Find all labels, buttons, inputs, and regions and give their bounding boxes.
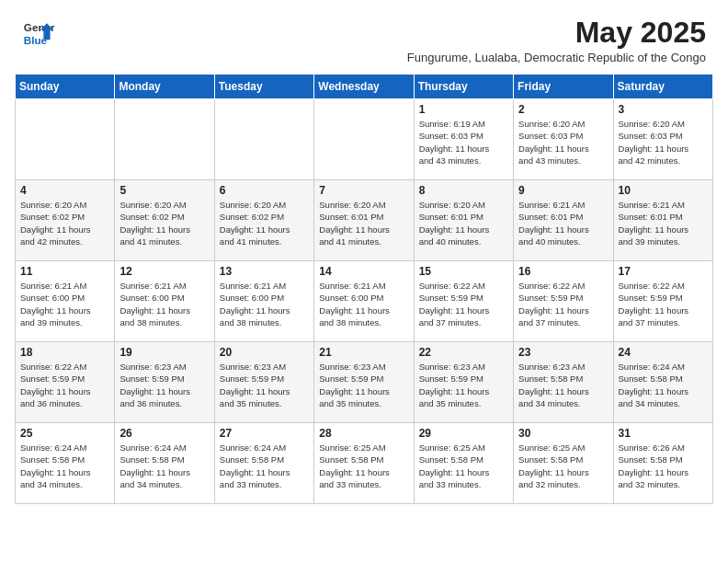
day-info: Sunrise: 6:21 AM Sunset: 6:00 PM Dayligh… (119, 280, 209, 328)
day-number: 25 (20, 427, 109, 440)
day-info: Sunrise: 6:24 AM Sunset: 5:58 PM Dayligh… (220, 442, 309, 490)
calendar-cell (115, 99, 214, 180)
calendar-week-row: 25Sunrise: 6:24 AM Sunset: 5:58 PM Dayli… (16, 423, 713, 504)
month-title: May 2025 (407, 17, 706, 49)
day-info: Sunrise: 6:23 AM Sunset: 5:58 PM Dayligh… (518, 361, 608, 409)
day-info: Sunrise: 6:22 AM Sunset: 5:59 PM Dayligh… (20, 361, 109, 409)
calendar-week-row: 1Sunrise: 6:19 AM Sunset: 6:03 PM Daylig… (16, 99, 713, 180)
day-number: 7 (319, 184, 408, 197)
calendar-cell: 31Sunrise: 6:26 AM Sunset: 5:58 PM Dayli… (613, 423, 712, 504)
day-number: 31 (619, 427, 708, 440)
calendar-cell: 1Sunrise: 6:19 AM Sunset: 6:03 PM Daylig… (414, 99, 513, 180)
day-number: 12 (119, 265, 209, 278)
calendar-cell: 30Sunrise: 6:25 AM Sunset: 5:58 PM Dayli… (514, 423, 613, 504)
calendar-cell: 3Sunrise: 6:20 AM Sunset: 6:03 PM Daylig… (613, 99, 712, 180)
day-number: 23 (518, 346, 608, 359)
day-info: Sunrise: 6:24 AM Sunset: 5:58 PM Dayligh… (20, 442, 109, 490)
column-header-wednesday: Wednesday (314, 75, 414, 99)
calendar-cell: 12Sunrise: 6:21 AM Sunset: 6:00 PM Dayli… (115, 261, 214, 342)
calendar-cell: 10Sunrise: 6:21 AM Sunset: 6:01 PM Dayli… (613, 180, 712, 261)
calendar-cell: 22Sunrise: 6:23 AM Sunset: 5:59 PM Dayli… (414, 342, 513, 423)
day-info: Sunrise: 6:23 AM Sunset: 5:59 PM Dayligh… (419, 361, 508, 409)
day-info: Sunrise: 6:20 AM Sunset: 6:02 PM Dayligh… (119, 199, 209, 247)
day-number: 17 (619, 265, 708, 278)
calendar-cell: 25Sunrise: 6:24 AM Sunset: 5:58 PM Dayli… (16, 423, 115, 504)
calendar-cell: 5Sunrise: 6:20 AM Sunset: 6:02 PM Daylig… (115, 180, 214, 261)
logo: General Blue (22, 17, 55, 50)
day-number: 24 (619, 346, 708, 359)
calendar-cell (16, 99, 115, 180)
day-info: Sunrise: 6:25 AM Sunset: 5:58 PM Dayligh… (319, 442, 408, 490)
calendar-cell: 23Sunrise: 6:23 AM Sunset: 5:58 PM Dayli… (514, 342, 613, 423)
calendar-cell: 19Sunrise: 6:23 AM Sunset: 5:59 PM Dayli… (115, 342, 214, 423)
calendar-table: SundayMondayTuesdayWednesdayThursdayFrid… (15, 74, 713, 504)
day-number: 20 (220, 346, 309, 359)
day-number: 8 (419, 184, 508, 197)
day-info: Sunrise: 6:21 AM Sunset: 6:01 PM Dayligh… (518, 199, 608, 247)
day-info: Sunrise: 6:21 AM Sunset: 6:00 PM Dayligh… (220, 280, 309, 328)
location-subtitle: Fungurume, Lualaba, Democratic Republic … (407, 51, 706, 64)
calendar-header-row: SundayMondayTuesdayWednesdayThursdayFrid… (16, 75, 713, 99)
calendar-cell: 13Sunrise: 6:21 AM Sunset: 6:00 PM Dayli… (214, 261, 313, 342)
calendar-cell: 14Sunrise: 6:21 AM Sunset: 6:00 PM Dayli… (314, 261, 414, 342)
day-info: Sunrise: 6:23 AM Sunset: 5:59 PM Dayligh… (220, 361, 309, 409)
day-number: 11 (20, 265, 109, 278)
column-header-thursday: Thursday (414, 75, 513, 99)
day-number: 3 (619, 103, 708, 116)
day-number: 29 (419, 427, 508, 440)
column-header-sunday: Sunday (16, 75, 115, 99)
day-info: Sunrise: 6:21 AM Sunset: 6:00 PM Dayligh… (20, 280, 109, 328)
column-header-tuesday: Tuesday (214, 75, 313, 99)
calendar-wrapper: SundayMondayTuesdayWednesdayThursdayFrid… (0, 68, 728, 513)
page-header: General Blue May 2025 Fungurume, Lualaba… (0, 0, 728, 68)
day-number: 27 (220, 427, 309, 440)
day-number: 4 (20, 184, 109, 197)
calendar-week-row: 11Sunrise: 6:21 AM Sunset: 6:00 PM Dayli… (16, 261, 713, 342)
day-number: 5 (119, 184, 209, 197)
day-number: 13 (220, 265, 309, 278)
calendar-cell: 26Sunrise: 6:24 AM Sunset: 5:58 PM Dayli… (115, 423, 214, 504)
column-header-friday: Friday (514, 75, 613, 99)
calendar-cell: 15Sunrise: 6:22 AM Sunset: 5:59 PM Dayli… (414, 261, 513, 342)
day-info: Sunrise: 6:20 AM Sunset: 6:01 PM Dayligh… (419, 199, 508, 247)
calendar-cell: 4Sunrise: 6:20 AM Sunset: 6:02 PM Daylig… (16, 180, 115, 261)
day-number: 14 (319, 265, 408, 278)
day-number: 26 (119, 427, 209, 440)
calendar-cell: 11Sunrise: 6:21 AM Sunset: 6:00 PM Dayli… (16, 261, 115, 342)
day-info: Sunrise: 6:24 AM Sunset: 5:58 PM Dayligh… (619, 361, 708, 409)
calendar-cell: 27Sunrise: 6:24 AM Sunset: 5:58 PM Dayli… (214, 423, 313, 504)
calendar-cell: 2Sunrise: 6:20 AM Sunset: 6:03 PM Daylig… (514, 99, 613, 180)
title-block: May 2025 Fungurume, Lualaba, Democratic … (407, 17, 706, 64)
calendar-week-row: 4Sunrise: 6:20 AM Sunset: 6:02 PM Daylig… (16, 180, 713, 261)
column-header-saturday: Saturday (613, 75, 712, 99)
day-info: Sunrise: 6:19 AM Sunset: 6:03 PM Dayligh… (419, 118, 508, 167)
day-info: Sunrise: 6:23 AM Sunset: 5:59 PM Dayligh… (319, 361, 408, 409)
calendar-cell: 6Sunrise: 6:20 AM Sunset: 6:02 PM Daylig… (214, 180, 313, 261)
calendar-cell (214, 99, 313, 180)
day-info: Sunrise: 6:25 AM Sunset: 5:58 PM Dayligh… (518, 442, 608, 490)
day-info: Sunrise: 6:24 AM Sunset: 5:58 PM Dayligh… (119, 442, 209, 490)
calendar-cell: 28Sunrise: 6:25 AM Sunset: 5:58 PM Dayli… (314, 423, 414, 504)
day-number: 9 (518, 184, 608, 197)
calendar-cell: 20Sunrise: 6:23 AM Sunset: 5:59 PM Dayli… (214, 342, 313, 423)
day-info: Sunrise: 6:20 AM Sunset: 6:01 PM Dayligh… (319, 199, 408, 247)
calendar-cell: 9Sunrise: 6:21 AM Sunset: 6:01 PM Daylig… (514, 180, 613, 261)
day-info: Sunrise: 6:20 AM Sunset: 6:02 PM Dayligh… (220, 199, 309, 247)
day-number: 21 (319, 346, 408, 359)
calendar-week-row: 18Sunrise: 6:22 AM Sunset: 5:59 PM Dayli… (16, 342, 713, 423)
logo-icon: General Blue (22, 17, 55, 50)
day-number: 10 (619, 184, 708, 197)
day-number: 6 (220, 184, 309, 197)
calendar-cell (314, 99, 414, 180)
calendar-cell: 8Sunrise: 6:20 AM Sunset: 6:01 PM Daylig… (414, 180, 513, 261)
day-number: 18 (20, 346, 109, 359)
day-info: Sunrise: 6:20 AM Sunset: 6:03 PM Dayligh… (518, 118, 608, 167)
day-number: 15 (419, 265, 508, 278)
day-info: Sunrise: 6:25 AM Sunset: 5:58 PM Dayligh… (419, 442, 508, 490)
calendar-cell: 18Sunrise: 6:22 AM Sunset: 5:59 PM Dayli… (16, 342, 115, 423)
calendar-cell: 29Sunrise: 6:25 AM Sunset: 5:58 PM Dayli… (414, 423, 513, 504)
day-info: Sunrise: 6:22 AM Sunset: 5:59 PM Dayligh… (518, 280, 608, 328)
day-number: 30 (518, 427, 608, 440)
day-info: Sunrise: 6:20 AM Sunset: 6:03 PM Dayligh… (619, 118, 708, 167)
calendar-cell: 24Sunrise: 6:24 AM Sunset: 5:58 PM Dayli… (613, 342, 712, 423)
